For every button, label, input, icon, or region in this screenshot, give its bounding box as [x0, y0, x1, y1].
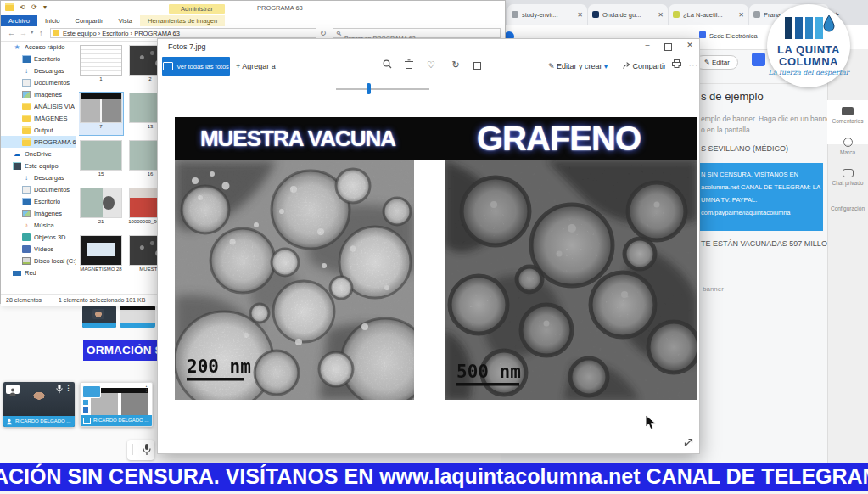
mic-icon[interactable]	[56, 385, 63, 394]
sidebar-item[interactable]: Documentos	[1, 183, 76, 195]
share-button[interactable]: Compartir	[623, 62, 666, 70]
ribbon-tab[interactable]: Archivo	[1, 15, 37, 26]
undo-icon[interactable]: ⟲	[20, 3, 25, 11]
ribbon-tab[interactable]: Inicio	[37, 15, 68, 26]
maximize-button[interactable]	[664, 43, 672, 51]
expand-icon[interactable]	[682, 436, 695, 449]
more-icon[interactable]: ⋯	[686, 59, 700, 70]
kebab-menu-icon[interactable]: ⋮	[143, 385, 150, 393]
favorite-icon[interactable]: ♡	[424, 59, 438, 70]
sidebar-item[interactable]: Este equipo	[1, 160, 76, 171]
music-icon	[22, 222, 31, 229]
sidebar-item[interactable]: ANÁLISIS VIA	[1, 100, 76, 112]
view-all-photos-button[interactable]: Ver todas las fotos	[162, 57, 230, 76]
sidebar-item[interactable]: Escritorio	[1, 195, 76, 207]
sidebar-item[interactable]: Imágenes	[1, 88, 76, 100]
file-item[interactable]: 21	[79, 188, 123, 230]
browser-tab[interactable]: ¿La N-acetil... ✕	[669, 4, 748, 25]
file-thumbnail	[129, 140, 159, 171]
fit-to-window-icon[interactable]	[473, 62, 481, 70]
tab-close-icon[interactable]: ✕	[577, 11, 583, 19]
file-thumbnail	[80, 93, 122, 123]
kebab-menu-icon[interactable]: ⋮	[64, 384, 72, 392]
refresh-icon[interactable]: ↻	[320, 29, 327, 37]
edit-button[interactable]: ✎ Editar	[696, 53, 738, 70]
pictures-icon	[22, 210, 31, 217]
file-item[interactable]: MAGNETISMO 28	[79, 235, 123, 278]
file-item[interactable]: 1	[79, 45, 123, 87]
file-item[interactable]: 10000000_96495...	[128, 188, 159, 230]
tab-title: study-envir...	[522, 11, 574, 19]
sidebar-item[interactable]: IMÁGENES	[1, 112, 76, 124]
view-all-label: Ver todas las fotos	[176, 63, 229, 70]
sidebar-item[interactable]: Imágenes	[1, 207, 76, 219]
edit-create-button[interactable]: ✎ Editar y crear ▾	[548, 62, 608, 70]
share-chip	[82, 385, 101, 398]
webcam-thumbnail[interactable]: ⋮ RICARDO DELGADO ...	[3, 382, 75, 427]
rotate-icon[interactable]: ↻	[449, 59, 462, 70]
onedrive-icon	[13, 150, 21, 158]
person-chip	[6, 385, 20, 394]
browser-tab[interactable]: Onda de gu... ✕	[588, 4, 668, 25]
qat-dropdown-icon[interactable]: ▾	[43, 3, 47, 11]
close-button[interactable]: ✕	[684, 41, 696, 49]
back-icon[interactable]: ←	[8, 29, 15, 37]
search-box[interactable]: 🔍︎	[333, 28, 501, 38]
browser-tab[interactable]: study-envir... ✕	[507, 4, 587, 25]
sidebar-item[interactable]: Objetos 3D	[1, 231, 76, 243]
up-icon[interactable]: ↑	[39, 29, 43, 37]
sidebar-item[interactable]: Documentos	[1, 76, 76, 88]
screenshare-thumbnail[interactable]: ⋮ RICARDO DELGADO ...	[80, 382, 153, 427]
file-item[interactable]: 7	[79, 93, 123, 135]
sidebar-item[interactable]: Acceso rápido	[1, 41, 76, 53]
zoom-slider-handle[interactable]	[367, 83, 371, 94]
banner-item-1[interactable]: S SEVILLANO (MÉDICO)	[701, 144, 788, 153]
rail-item[interactable]: Chat privado	[827, 166, 868, 186]
sidebar-item[interactable]: Escritorio	[1, 53, 76, 65]
file-item[interactable]: 13	[128, 93, 159, 135]
videos-icon	[22, 245, 31, 253]
minimize-button[interactable]: –	[641, 41, 653, 49]
zoom-slider-track[interactable]	[336, 88, 429, 90]
sidebar-item[interactable]: Descargas	[1, 65, 76, 76]
sidebar-item[interactable]: Output	[1, 124, 76, 136]
delete-icon[interactable]	[402, 59, 416, 70]
sidebar-item[interactable]: Red	[1, 267, 76, 278]
ribbon-tab[interactable]: Compartir	[68, 15, 111, 26]
preview-screenshare-thumbnail	[120, 306, 155, 328]
ribbon-tab[interactable]: Herramientas de imagen	[140, 15, 225, 26]
sidebar-item[interactable]: Vídeos	[1, 243, 76, 255]
sidebar-item[interactable]: OneDrive	[1, 148, 76, 160]
rail-item[interactable]: Comentarios	[827, 104, 868, 124]
recent-dropdown-icon[interactable]: ▾	[31, 29, 34, 36]
rail-item[interactable]: Marca	[827, 134, 868, 155]
banner-item-selected[interactable]: N SIN CENSURA. VISÍTANOS EN acolumna.net…	[696, 163, 823, 231]
brand-icon[interactable]	[752, 53, 765, 66]
breadcrumb[interactable]: Este equipo › Escritorio › PROGRAMA 63	[50, 28, 316, 38]
file-name: 1	[79, 76, 123, 81]
ribbon-tab[interactable]: Vista	[110, 15, 140, 26]
file-item[interactable]: 15	[79, 140, 123, 182]
add-to-button[interactable]: + Agregar a	[236, 62, 276, 70]
rail-item[interactable]: Configuración	[827, 196, 868, 211]
microphone-icon	[143, 444, 151, 456]
zoom-icon[interactable]	[380, 59, 394, 70]
tab-close-icon[interactable]: ✕	[738, 11, 744, 19]
file-name: 16	[128, 171, 159, 177]
file-item[interactable]: 2	[128, 45, 159, 87]
file-name: MUEST...	[128, 267, 159, 272]
file-item[interactable]: MUEST...	[128, 235, 159, 278]
sidebar-item[interactable]: Música	[1, 219, 76, 231]
redo-icon[interactable]: ⟳	[31, 3, 37, 11]
mic-popup[interactable]	[127, 440, 154, 460]
sidebar-item[interactable]: PROGRAMA 63	[1, 136, 76, 148]
banner-item-4[interactable]: banner	[703, 285, 724, 293]
print-icon[interactable]	[669, 59, 683, 70]
tab-close-icon[interactable]: ✕	[658, 11, 664, 19]
forward-icon[interactable]: →	[20, 29, 27, 37]
sidebar-item[interactable]: Descargas	[1, 171, 76, 183]
file-item[interactable]: 16	[128, 140, 159, 182]
sidebar-item[interactable]: Disco local (C:)	[1, 255, 76, 267]
bookmark-sede[interactable]: Sede Electrónica	[709, 32, 758, 40]
label-muestra-vacuna: MUESTRA VACUNA	[175, 126, 421, 152]
